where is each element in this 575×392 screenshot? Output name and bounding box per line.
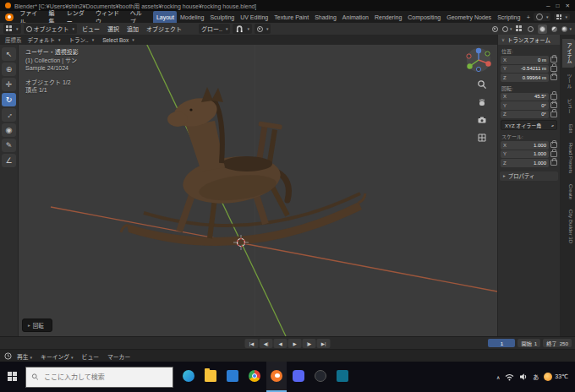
workspace-tab-modeling[interactable]: Modeling xyxy=(177,11,206,23)
timeline-menu-marker[interactable]: マーカー xyxy=(104,352,134,361)
xray-toggle[interactable] xyxy=(514,24,523,34)
jump-to-end-button[interactable]: ▶| xyxy=(317,339,331,348)
sidebar-tab-edit[interactable]: Edit xyxy=(562,120,575,137)
timeline-menu-playback[interactable]: 再生 xyxy=(14,352,36,361)
taskbar-app-tools[interactable] xyxy=(332,362,353,392)
menu-file[interactable]: ファイル xyxy=(16,11,45,23)
navigation-gizmo[interactable] xyxy=(465,46,492,77)
workspace-tab-compositing[interactable]: Compositing xyxy=(405,11,444,23)
current-frame-field[interactable]: 1 xyxy=(488,339,515,347)
orientation-value-select[interactable]: デフォルト xyxy=(25,35,63,45)
minimize-button[interactable]: ─ xyxy=(546,3,550,9)
workspace-tab-uv-editing[interactable]: UV Editing xyxy=(238,11,271,23)
workspace-tab-geometry-nodes[interactable]: Geometry Nodes xyxy=(444,11,495,23)
timeline-menu-view[interactable]: ビュー xyxy=(79,352,102,361)
gizmo-toggle[interactable] xyxy=(490,24,500,34)
transform-panel-header[interactable]: トランスフォーム xyxy=(498,35,560,45)
taskbar-app-chrome[interactable] xyxy=(244,362,265,392)
menu-window[interactable]: ウィンドウ xyxy=(92,11,127,23)
sidebar-tab-item[interactable]: アイテム xyxy=(562,39,575,68)
tool-move[interactable]: ✛ xyxy=(2,78,16,91)
tool-scale[interactable]: ↔ xyxy=(2,108,16,122)
menu-add[interactable]: 追加 xyxy=(124,24,141,33)
ime-indicator[interactable]: あ xyxy=(533,373,539,381)
scale-x-field[interactable]: X 1.000 xyxy=(501,141,549,150)
blender-logo-icon[interactable] xyxy=(5,14,14,21)
close-button[interactable]: ✕ xyxy=(566,3,570,9)
location-z-field[interactable]: Z 0.99964 m xyxy=(501,74,549,82)
select-mode-select[interactable]: Select Box xyxy=(100,35,137,45)
rotation-z-field[interactable]: Z 0° xyxy=(501,111,549,119)
properties-panel-header[interactable]: プロパティ xyxy=(500,172,558,181)
view-layer-selector[interactable] xyxy=(554,14,570,20)
mode-select[interactable]: オブジェクト xyxy=(24,24,78,34)
tool-annotate[interactable]: ✎ xyxy=(2,139,16,152)
sidebar-tab-view[interactable]: ビュー xyxy=(562,95,575,118)
taskbar-app-mail[interactable] xyxy=(222,362,243,392)
viewport-canvas[interactable]: ユーザー・透視投影 (1) Collection | サン Sample 24/… xyxy=(19,45,497,336)
pivot-point-select[interactable] xyxy=(255,24,271,34)
workspace-tab-sculpting[interactable]: Sculpting xyxy=(207,11,238,23)
shading-wireframe-button[interactable] xyxy=(526,24,535,34)
menu-help[interactable]: ヘルプ xyxy=(127,11,151,23)
sidebar-tab-city-builder[interactable]: City Builder 3D xyxy=(562,205,575,248)
pan-button[interactable] xyxy=(476,96,488,108)
rotation-y-field[interactable]: Y 0° xyxy=(501,101,549,110)
frame-end-field[interactable]: 終了 250 xyxy=(543,339,572,347)
rotation-mode-select[interactable]: XYZ オイラー角 xyxy=(501,120,557,130)
editor-type-select[interactable] xyxy=(3,24,21,34)
lock-location-x-icon[interactable] xyxy=(550,57,557,63)
menu-object[interactable]: オブジェクト xyxy=(144,24,184,33)
perspective-toggle-button[interactable] xyxy=(476,132,488,144)
lock-rotation-y-icon[interactable] xyxy=(550,102,557,108)
shading-solid-button[interactable] xyxy=(538,24,547,34)
rocking-horse-model[interactable] xyxy=(121,87,365,246)
taskbar-app-discord[interactable] xyxy=(288,362,309,392)
sidebar-tab-create[interactable]: Create xyxy=(562,180,575,204)
frame-start-field[interactable]: 開始 1 xyxy=(518,339,540,347)
tool-transform[interactable]: ◉ xyxy=(2,123,16,137)
overlays-toggle[interactable] xyxy=(502,24,512,34)
location-y-field[interactable]: Y -0.54211 m xyxy=(501,65,549,74)
shading-rendered-button[interactable] xyxy=(561,24,572,34)
prev-keyframe-button[interactable]: ◀| xyxy=(260,339,273,348)
timeline-menu-keying[interactable]: キーイング xyxy=(37,352,77,361)
workspace-tab-layout[interactable]: Layout xyxy=(153,11,177,23)
weather-widget[interactable]: 33℃ xyxy=(544,373,568,381)
tool-measure[interactable]: ∠ xyxy=(2,154,16,167)
lock-rotation-x-icon[interactable] xyxy=(550,94,557,100)
workspace-tab-rendering[interactable]: Rendering xyxy=(371,11,404,23)
scale-z-field[interactable]: Z 1.000 xyxy=(501,159,549,167)
next-keyframe-button[interactable]: |▶ xyxy=(303,339,316,348)
workspace-tab-texture-paint[interactable]: Texture Paint xyxy=(271,11,312,23)
volume-icon[interactable] xyxy=(519,373,528,381)
lock-scale-z-icon[interactable] xyxy=(550,160,557,166)
operator-panel[interactable]: 回転 xyxy=(22,318,52,332)
search-input[interactable] xyxy=(42,373,167,382)
taskbar-app-blender[interactable] xyxy=(266,362,287,392)
menu-select[interactable]: 選択 xyxy=(105,24,122,33)
maximize-button[interactable]: □ xyxy=(556,3,560,9)
location-x-field[interactable]: X 0 m xyxy=(501,56,549,64)
play-button[interactable]: ▶ xyxy=(288,339,302,348)
menu-render[interactable]: レンダー xyxy=(63,11,92,23)
lock-scale-x-icon[interactable] xyxy=(550,142,557,148)
tray-chevron-icon[interactable]: ∧ xyxy=(496,374,500,380)
scene-selector[interactable] xyxy=(534,13,551,21)
scale-y-field[interactable]: Y 1.000 xyxy=(501,150,549,159)
workspace-tab-animation[interactable]: Animation xyxy=(339,11,371,23)
workspace-tab-scripting[interactable]: Scripting xyxy=(495,11,523,23)
rotation-x-field[interactable]: X 45.5° xyxy=(501,93,549,101)
workspace-tab-shading[interactable]: Shading xyxy=(312,11,340,23)
transform-preset-select[interactable]: トラン.. xyxy=(67,35,97,45)
camera-view-button[interactable] xyxy=(476,114,488,126)
lock-location-y-icon[interactable] xyxy=(550,66,557,72)
start-button[interactable] xyxy=(0,362,25,392)
lock-rotation-z-icon[interactable] xyxy=(550,112,557,117)
wifi-icon[interactable] xyxy=(505,373,514,381)
sidebar-tab-road-presets[interactable]: Road Presets xyxy=(562,139,575,177)
tool-select-box[interactable]: ↖ xyxy=(2,47,16,61)
sidebar-tab-tool[interactable]: ツール xyxy=(562,69,575,93)
snapping-options[interactable] xyxy=(233,24,252,34)
zoom-button[interactable] xyxy=(476,79,488,90)
